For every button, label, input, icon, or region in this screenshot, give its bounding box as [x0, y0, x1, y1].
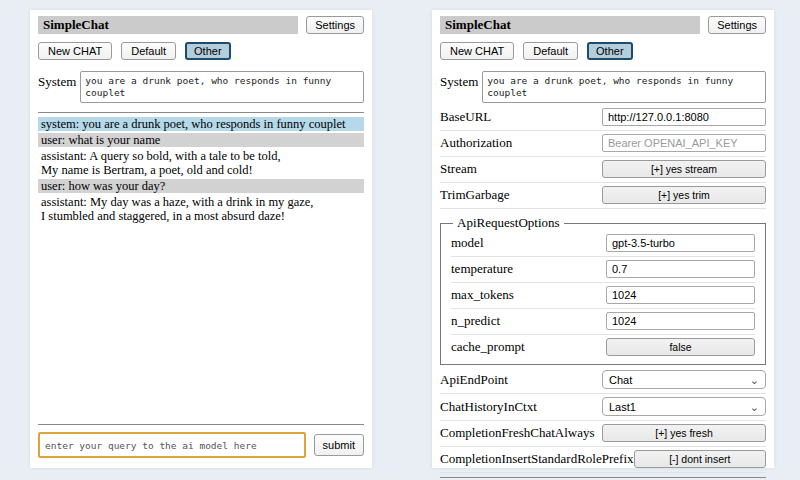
chat-message-assistant: assistant: My day was a haze, with a dri…: [38, 195, 364, 223]
settings-button[interactable]: Settings: [708, 16, 766, 34]
query-input[interactable]: [38, 432, 306, 458]
api-endpoint-select[interactable]: Chat ⌄: [602, 370, 766, 389]
chat-panel: SimpleChat Settings New CHAT Default Oth…: [30, 10, 372, 468]
new-chat-button[interactable]: New CHAT: [440, 42, 514, 60]
session-toolbar: New CHAT Default Other: [38, 42, 364, 60]
setting-row-authorization: Authorization: [440, 131, 766, 157]
system-prompt-row: System you are a drunk poet, who respond…: [440, 71, 766, 103]
page-title: SimpleChat: [38, 16, 298, 34]
stream-toggle-button[interactable]: [+] yes stream: [602, 160, 766, 178]
system-prompt-textarea[interactable]: you are a drunk poet, who responds in fu…: [482, 71, 766, 103]
settings-panel: SimpleChat Settings New CHAT Default Oth…: [432, 10, 774, 468]
system-prompt-row: System you are a drunk poet, who respond…: [38, 71, 364, 103]
setting-row-trimgarbage: TrimGarbage [+] yes trim: [440, 183, 766, 209]
settings-panel-header: SimpleChat Settings: [440, 16, 766, 34]
setting-row-max-tokens: max_tokens: [451, 283, 755, 309]
baseurl-label: BaseURL: [440, 109, 602, 125]
cache-prompt-label: cache_prompt: [451, 339, 606, 355]
api-request-options-legend: ApiRequestOptions: [453, 215, 564, 231]
trimgarbage-toggle-button[interactable]: [+] yes trim: [602, 186, 766, 204]
temperature-label: temperature: [451, 261, 606, 277]
chat-history-in-ctxt-select[interactable]: Last1 ⌄: [602, 397, 766, 416]
session-button-other[interactable]: Other: [185, 42, 231, 60]
setting-row-temperature: temperature: [451, 257, 755, 283]
system-prompt-textarea[interactable]: you are a drunk poet, who responds in fu…: [80, 71, 364, 103]
divider: [38, 112, 364, 113]
completion-fresh-label: CompletionFreshChatAlways: [440, 425, 602, 441]
system-label: System: [440, 71, 478, 90]
model-label: model: [451, 235, 606, 251]
divider: [38, 424, 364, 425]
setting-row-stream: Stream [+] yes stream: [440, 157, 766, 183]
setting-row-chat-history: ChatHistoryInCtxt Last1 ⌄: [440, 394, 766, 421]
chevron-down-icon: ⌄: [750, 376, 759, 384]
api-endpoint-selected-value: Chat: [609, 374, 632, 386]
app: SimpleChat Settings New CHAT Default Oth…: [0, 0, 800, 468]
cache-prompt-toggle-button[interactable]: false: [606, 338, 755, 356]
baseurl-input[interactable]: [602, 108, 766, 126]
page-title: SimpleChat: [440, 16, 700, 34]
setting-row-completion-insert-prefix: CompletionInsertStandardRolePrefix [-] d…: [440, 447, 766, 473]
setting-row-baseurl: BaseURL: [440, 105, 766, 131]
authorization-label: Authorization: [440, 135, 602, 151]
completion-insert-role-prefix-toggle-button[interactable]: [-] dont insert: [634, 450, 766, 468]
authorization-input[interactable]: [602, 134, 766, 152]
chat-message-user: user: what is your name: [38, 133, 364, 147]
session-button-default[interactable]: Default: [121, 42, 176, 60]
query-row: submit: [38, 432, 364, 458]
chat-panel-header: SimpleChat Settings: [38, 16, 364, 34]
setting-row-cache-prompt: cache_prompt false: [451, 335, 755, 360]
session-button-default[interactable]: Default: [523, 42, 578, 60]
chat-message-assistant: assistant: A query so bold, with a tale …: [38, 149, 364, 177]
chat-message-system: system: you are a drunk poet, who respon…: [38, 117, 364, 131]
n-predict-input[interactable]: [606, 312, 755, 330]
api-endpoint-label: ApiEndPoint: [440, 372, 602, 388]
system-label: System: [38, 71, 76, 90]
chevron-down-icon: ⌄: [750, 403, 759, 411]
n-predict-label: n_predict: [451, 313, 606, 329]
completion-fresh-chat-toggle-button[interactable]: [+] yes fresh: [602, 424, 766, 442]
max-tokens-input[interactable]: [606, 286, 755, 304]
max-tokens-label: max_tokens: [451, 287, 606, 303]
chat-log: system: you are a drunk poet, who respon…: [38, 117, 364, 420]
chat-history-label: ChatHistoryInCtxt: [440, 399, 602, 415]
session-toolbar: New CHAT Default Other: [440, 42, 766, 60]
chat-history-selected-value: Last1: [609, 401, 636, 413]
divider: [440, 477, 766, 478]
setting-row-n-predict: n_predict: [451, 309, 755, 335]
trimgarbage-label: TrimGarbage: [440, 187, 602, 203]
completion-insert-prefix-label: CompletionInsertStandardRolePrefix: [440, 451, 634, 467]
api-request-options-fieldset: ApiRequestOptions model temperature max_…: [440, 215, 766, 365]
settings-list: BaseURL Authorization Stream [+] yes str…: [440, 105, 766, 473]
chat-message-user: user: how was your day?: [38, 179, 364, 193]
submit-button[interactable]: submit: [314, 434, 364, 456]
new-chat-button[interactable]: New CHAT: [38, 42, 112, 60]
setting-row-model: model: [451, 231, 755, 257]
setting-row-api-endpoint: ApiEndPoint Chat ⌄: [440, 367, 766, 394]
setting-row-completion-fresh: CompletionFreshChatAlways [+] yes fresh: [440, 421, 766, 447]
session-button-other[interactable]: Other: [587, 42, 633, 60]
settings-button[interactable]: Settings: [306, 16, 364, 34]
stream-label: Stream: [440, 161, 602, 177]
model-input[interactable]: [606, 234, 755, 252]
temperature-input[interactable]: [606, 260, 755, 278]
